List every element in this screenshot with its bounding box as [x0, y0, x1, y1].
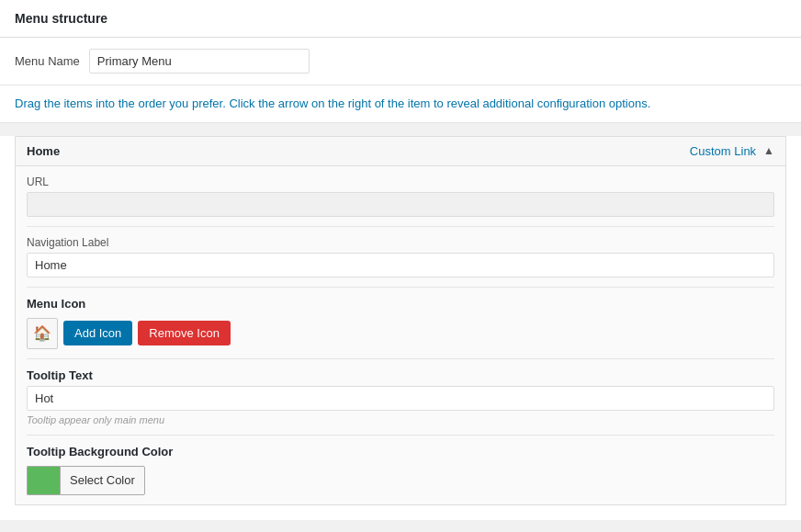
- url-field-group: URL: [27, 175, 774, 217]
- nav-label-input[interactable]: [27, 253, 774, 277]
- remove-icon-button[interactable]: Remove Icon: [138, 321, 231, 345]
- panel-title: Menu structure: [0, 0, 801, 38]
- panel-title-text: Menu structure: [15, 11, 107, 26]
- menu-name-row: Menu Name: [0, 38, 801, 85]
- main-content: Home Custom Link ▲ URL Navigation Label: [0, 136, 801, 520]
- tooltip-bg-section: Tooltip Background Color Select Color: [27, 445, 774, 495]
- color-selector-row: Select Color: [27, 466, 774, 495]
- icon-preview: 🏠: [27, 318, 58, 349]
- menu-structure-panel: Menu structure Menu Name Drag the items …: [0, 0, 801, 532]
- remove-icon-label: Remove Icon: [149, 326, 220, 340]
- url-input[interactable]: [27, 192, 774, 217]
- divider-3: [27, 358, 774, 359]
- add-icon-button[interactable]: Add Icon: [63, 321, 132, 345]
- icon-symbol: 🏠: [33, 324, 51, 342]
- menu-item-header: Home Custom Link ▲: [16, 137, 785, 166]
- menu-item-body: URL Navigation Label Menu Icon 🏠: [16, 166, 785, 504]
- divider-2: [27, 287, 774, 288]
- icon-controls: 🏠 Add Icon Remove Icon: [27, 318, 774, 349]
- page-wrapper: Menu structure Menu Name Drag the items …: [0, 0, 801, 532]
- url-label: URL: [27, 175, 774, 188]
- menu-name-label: Menu Name: [15, 54, 80, 68]
- menu-name-input[interactable]: [89, 49, 310, 74]
- menu-item-block: Home Custom Link ▲ URL Navigation Label: [15, 136, 786, 505]
- divider-4: [27, 435, 774, 436]
- menu-item-type: Custom Link: [690, 144, 756, 158]
- select-color-button[interactable]: Select Color: [60, 466, 145, 495]
- menu-icon-section: Menu Icon 🏠 Add Icon Remove Icon: [27, 297, 774, 349]
- nav-label-label: Navigation Label: [27, 236, 774, 249]
- menu-icon-label: Menu Icon: [27, 297, 774, 311]
- menu-item-title: Home: [27, 144, 60, 158]
- menu-item-type-row: Custom Link ▲: [690, 144, 774, 158]
- divider-1: [27, 226, 774, 227]
- tooltip-section: Tooltip Text Tooltip appear only main me…: [27, 368, 774, 425]
- tooltip-input[interactable]: [27, 386, 774, 411]
- collapse-arrow-icon[interactable]: ▲: [763, 144, 774, 157]
- add-icon-label: Add Icon: [74, 326, 121, 340]
- instruction-text: Drag the items into the order you prefer…: [15, 96, 650, 110]
- select-color-label: Select Color: [70, 473, 135, 487]
- tooltip-hint: Tooltip appear only main menu: [27, 414, 774, 425]
- instruction-bar: Drag the items into the order you prefer…: [0, 85, 801, 123]
- tooltip-label: Tooltip Text: [27, 368, 774, 382]
- color-swatch: [27, 466, 60, 495]
- nav-label-field-group: Navigation Label: [27, 236, 774, 277]
- tooltip-bg-label: Tooltip Background Color: [27, 445, 774, 458]
